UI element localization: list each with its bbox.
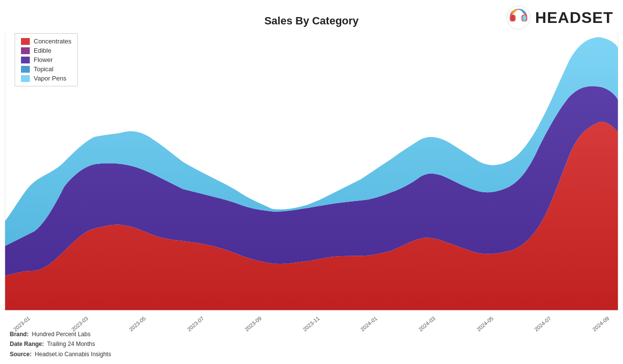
legend-label-vapor-pens: Vapor Pens	[34, 75, 66, 82]
legend-label-edible: Edible	[34, 47, 51, 54]
date-range-label: Date Range:	[10, 341, 44, 347]
legend-label-topical: Topical	[34, 65, 53, 73]
legend-color-flower	[21, 57, 30, 63]
x-label-2024-07: 2024-07	[533, 315, 552, 332]
legend-label-flower: Flower	[34, 56, 53, 63]
x-label-2024-09: 2024-09	[591, 315, 610, 332]
page-container: HEADSET Sales By Category Concentrates E…	[0, 0, 623, 364]
legend-item-topical: Topical	[21, 65, 71, 73]
x-label-2024-03: 2024-03	[417, 315, 436, 332]
x-label-2023-05: 2023-05	[128, 315, 147, 332]
footer-date-range: Date Range: Trailing 24 Months	[10, 339, 111, 349]
footer-source: Source: Headset.io Cannabis Insights	[10, 349, 111, 359]
legend-label-concentrates: Concentrates	[34, 38, 71, 45]
source-label: Source:	[10, 351, 32, 358]
x-label-2024-05: 2024-05	[476, 315, 495, 332]
legend-color-concentrates	[21, 38, 30, 45]
date-range-value: Trailing 24 Months	[47, 341, 95, 347]
footer-brand: Brand: Hundred Percent Labs	[10, 329, 111, 339]
footer-info: Brand: Hundred Percent Labs Date Range: …	[10, 329, 111, 359]
brand-label: Brand:	[10, 331, 29, 338]
x-label-2023-09: 2023-09	[244, 315, 263, 332]
x-label-2023-11: 2023-11	[302, 315, 321, 332]
chart-title: Sales By Category	[0, 15, 623, 27]
chart-svg	[5, 33, 618, 310]
legend-item-edible: Edible	[21, 47, 71, 54]
legend-color-topical	[21, 66, 30, 73]
source-value: Headset.io Cannabis Insights	[35, 351, 111, 358]
brand-value: Hundred Percent Labs	[32, 331, 90, 338]
legend-item-flower: Flower	[21, 56, 71, 63]
chart-area	[5, 33, 618, 310]
x-label-2023-07: 2023-07	[186, 315, 205, 332]
legend-item-concentrates: Concentrates	[21, 38, 71, 45]
legend-color-edible	[21, 47, 30, 54]
x-label-2024-01: 2024-01	[359, 315, 378, 332]
legend-color-vapor-pens	[21, 75, 30, 82]
chart-legend: Concentrates Edible Flower Topical Vapor…	[15, 33, 78, 86]
legend-item-vapor-pens: Vapor Pens	[21, 75, 71, 82]
